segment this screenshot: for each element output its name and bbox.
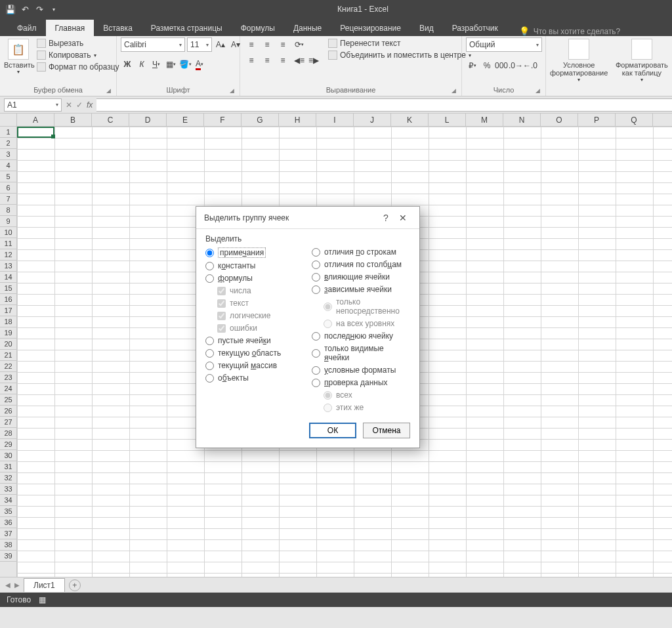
align-middle-button[interactable]: ≡: [260, 37, 274, 52]
radio-lastcell[interactable]: последнюю ячейку: [312, 331, 410, 341]
qat-dropdown-icon[interactable]: ▾: [49, 4, 59, 14]
tab-pagelayout[interactable]: Разметка страницы: [142, 20, 232, 36]
row-header[interactable]: 22: [0, 361, 16, 372]
cancel-button[interactable]: Отмена: [363, 423, 410, 438]
border-button[interactable]: ▦▾: [164, 57, 177, 72]
row-header[interactable]: 31: [0, 461, 16, 472]
cut-button[interactable]: Вырезать: [37, 39, 119, 48]
font-color-button[interactable]: A▾: [193, 57, 206, 72]
tab-review[interactable]: Рецензирование: [331, 20, 410, 36]
align-bottom-button[interactable]: ≡: [276, 37, 290, 52]
conditional-formatting-button[interactable]: Условное форматирование▾: [550, 37, 608, 83]
row-header[interactable]: 28: [0, 428, 16, 439]
fill-color-button[interactable]: 🪣▾: [178, 57, 192, 72]
sheet-tab[interactable]: Лист1: [24, 578, 65, 592]
radio-coldiff[interactable]: отличия по столбцам: [312, 260, 410, 269]
format-painter-button[interactable]: Формат по образцу: [37, 62, 119, 72]
align-launcher-icon[interactable]: ◢: [452, 87, 456, 94]
column-header[interactable]: Q: [616, 114, 653, 126]
row-header[interactable]: 18: [0, 316, 16, 327]
row-header[interactable]: 4: [0, 160, 16, 171]
column-header[interactable]: H: [279, 114, 316, 126]
comma-button[interactable]: 000: [495, 58, 508, 73]
row-header[interactable]: 12: [0, 249, 16, 261]
copy-button[interactable]: Копировать▾: [37, 51, 119, 60]
column-header[interactable]: I: [316, 114, 354, 126]
row-header[interactable]: 23: [0, 372, 16, 383]
column-header[interactable]: L: [429, 114, 466, 126]
radio-formulas[interactable]: формулы: [205, 274, 304, 283]
number-format-combo[interactable]: Общий▾: [466, 37, 542, 52]
column-header[interactable]: F: [204, 114, 242, 126]
select-all-corner[interactable]: [0, 114, 17, 126]
cancel-formula-icon[interactable]: ✕: [66, 100, 72, 110]
radio-condfmt[interactable]: условные форматы: [312, 366, 410, 375]
tab-view[interactable]: Вид: [410, 20, 443, 36]
active-cell[interactable]: [17, 127, 54, 138]
tab-insert[interactable]: Вставка: [94, 20, 142, 36]
paste-button[interactable]: 📋 Вставить ▾: [4, 37, 33, 75]
dialog-help-button[interactable]: ?: [377, 213, 394, 223]
radio-dependents[interactable]: зависимые ячейки: [312, 285, 410, 294]
save-icon[interactable]: 💾: [5, 4, 16, 14]
row-header[interactable]: 9: [0, 216, 16, 227]
row-header[interactable]: 35: [0, 506, 16, 517]
column-header[interactable]: M: [466, 114, 503, 126]
row-header[interactable]: 25: [0, 394, 16, 406]
column-header[interactable]: A: [17, 114, 54, 126]
row-header[interactable]: 26: [0, 406, 16, 417]
row-header[interactable]: 11: [0, 238, 16, 249]
ok-button[interactable]: ОК: [309, 423, 356, 438]
decrease-indent-button[interactable]: ◀≡: [293, 53, 306, 68]
clipboard-launcher-icon[interactable]: ◢: [106, 87, 111, 94]
row-header[interactable]: 15: [0, 283, 16, 294]
tab-file[interactable]: Файл: [8, 20, 46, 36]
percent-button[interactable]: %: [480, 58, 494, 73]
tab-data[interactable]: Данные: [284, 20, 331, 36]
accounting-format-button[interactable]: ₽▾: [466, 58, 479, 73]
row-header[interactable]: 39: [0, 551, 16, 562]
row-header[interactable]: 14: [0, 272, 16, 283]
radio-constants[interactable]: константы: [205, 261, 304, 270]
font-size-combo[interactable]: 11▾: [187, 37, 212, 52]
format-as-table-button[interactable]: Форматировать как таблицу▾: [616, 37, 668, 83]
radio-visible[interactable]: только видимые ячейки: [312, 344, 410, 362]
radio-rowdiff[interactable]: отличия по строкам: [312, 247, 410, 257]
row-header[interactable]: 13: [0, 261, 16, 272]
tab-home[interactable]: Главная: [46, 20, 94, 36]
row-header[interactable]: 24: [0, 383, 16, 394]
row-header[interactable]: 38: [0, 539, 16, 551]
row-header[interactable]: 27: [0, 417, 16, 428]
dialog-close-button[interactable]: ✕: [394, 213, 411, 223]
row-header[interactable]: 17: [0, 305, 16, 316]
column-header[interactable]: N: [503, 114, 541, 126]
next-sheet-icon[interactable]: ▶: [14, 581, 20, 589]
row-header[interactable]: 6: [0, 182, 16, 194]
column-header[interactable]: K: [391, 114, 429, 126]
align-center-button[interactable]: ≡: [260, 53, 274, 68]
radio-region[interactable]: текущую область: [205, 348, 304, 358]
column-header[interactable]: C: [92, 114, 129, 126]
row-header[interactable]: 32: [0, 472, 16, 484]
row-header[interactable]: 8: [0, 205, 16, 216]
column-header[interactable]: G: [242, 114, 279, 126]
radio-precedents[interactable]: влияющие ячейки: [312, 272, 410, 282]
font-launcher-icon[interactable]: ◢: [230, 87, 234, 94]
column-header[interactable]: E: [167, 114, 204, 126]
prev-sheet-icon[interactable]: ◀: [5, 581, 10, 589]
decrease-decimal-button[interactable]: ←.0: [524, 58, 537, 73]
number-launcher-icon[interactable]: ◢: [536, 87, 540, 94]
increase-indent-button[interactable]: ≡▶: [307, 53, 320, 68]
column-header[interactable]: P: [578, 114, 616, 126]
radio-objects[interactable]: объекты: [205, 373, 304, 383]
macro-record-icon[interactable]: ▦: [39, 595, 46, 604]
row-header[interactable]: 10: [0, 227, 16, 238]
row-header[interactable]: 30: [0, 450, 16, 461]
italic-button[interactable]: К: [135, 57, 148, 72]
radio-validation[interactable]: проверка данных: [312, 378, 410, 387]
merge-center-button[interactable]: Объединить и поместить в центре▾: [328, 51, 471, 60]
underline-button[interactable]: Ч▾: [150, 57, 163, 72]
radio-blanks[interactable]: пустые ячейки: [205, 336, 304, 345]
orientation-button[interactable]: ⟳▾: [293, 37, 306, 52]
row-header[interactable]: 3: [0, 149, 16, 160]
